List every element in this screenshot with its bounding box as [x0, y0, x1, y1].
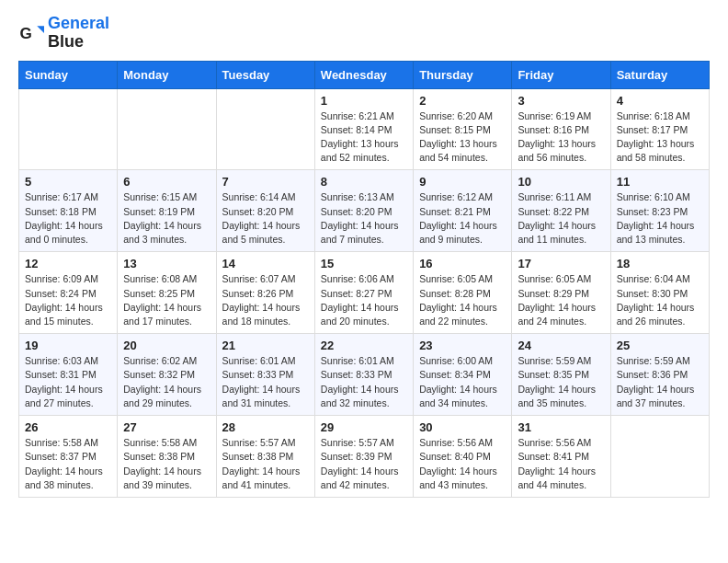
calendar-cell: 31Sunrise: 5:56 AM Sunset: 8:41 PM Dayli…: [512, 416, 610, 498]
day-info: Sunrise: 6:12 AM Sunset: 8:21 PM Dayligh…: [419, 190, 506, 247]
column-header-sunday: Sunday: [19, 61, 118, 88]
column-header-thursday: Thursday: [414, 61, 512, 88]
day-number: 22: [321, 339, 407, 352]
day-number: 9: [419, 175, 506, 189]
day-number: 18: [617, 257, 703, 270]
calendar-table: SundayMondayTuesdayWednesdayThursdayFrid…: [18, 61, 710, 498]
day-info: Sunrise: 5:58 AM Sunset: 8:37 PM Dayligh…: [25, 436, 111, 492]
day-number: 15: [321, 257, 407, 270]
day-number: 8: [321, 175, 407, 189]
day-number: 26: [25, 420, 111, 434]
day-number: 30: [419, 420, 506, 434]
day-info: Sunrise: 5:57 AM Sunset: 8:39 PM Dayligh…: [321, 436, 407, 492]
day-number: 27: [123, 420, 210, 434]
day-number: 11: [617, 175, 703, 189]
calendar-cell: [216, 88, 314, 170]
calendar-cell: 11Sunrise: 6:10 AM Sunset: 8:23 PM Dayli…: [610, 170, 709, 252]
calendar-cell: 27Sunrise: 5:58 AM Sunset: 8:38 PM Dayli…: [118, 416, 216, 498]
calendar-cell: [610, 416, 709, 498]
day-number: 17: [518, 257, 604, 270]
calendar-cell: 21Sunrise: 6:01 AM Sunset: 8:33 PM Dayli…: [216, 334, 314, 416]
column-header-wednesday: Wednesday: [314, 61, 413, 88]
day-number: 24: [518, 339, 604, 352]
calendar-cell: 9Sunrise: 6:12 AM Sunset: 8:21 PM Daylig…: [414, 170, 512, 252]
calendar-cell: [118, 88, 216, 170]
calendar-cell: 4Sunrise: 6:18 AM Sunset: 8:17 PM Daylig…: [610, 88, 709, 170]
day-number: 1: [321, 94, 407, 108]
day-info: Sunrise: 5:57 AM Sunset: 8:38 PM Dayligh…: [222, 436, 309, 492]
column-header-monday: Monday: [118, 61, 216, 88]
day-info: Sunrise: 6:10 AM Sunset: 8:23 PM Dayligh…: [617, 190, 703, 247]
calendar-cell: 28Sunrise: 5:57 AM Sunset: 8:38 PM Dayli…: [216, 416, 314, 498]
svg-marker-1: [37, 26, 44, 33]
day-info: Sunrise: 5:56 AM Sunset: 8:40 PM Dayligh…: [419, 436, 506, 492]
calendar-cell: 18Sunrise: 6:04 AM Sunset: 8:30 PM Dayli…: [610, 252, 709, 334]
day-number: 6: [123, 175, 210, 189]
logo-general: General: [48, 14, 109, 32]
svg-text:G: G: [20, 25, 32, 42]
day-info: Sunrise: 6:07 AM Sunset: 8:26 PM Dayligh…: [222, 272, 309, 328]
day-info: Sunrise: 6:15 AM Sunset: 8:19 PM Dayligh…: [123, 190, 210, 247]
day-number: 5: [25, 175, 111, 189]
day-info: Sunrise: 6:04 AM Sunset: 8:30 PM Dayligh…: [617, 272, 703, 328]
day-info: Sunrise: 6:14 AM Sunset: 8:20 PM Dayligh…: [222, 190, 309, 247]
day-number: 13: [123, 257, 210, 270]
column-header-saturday: Saturday: [610, 61, 709, 88]
calendar-cell: 20Sunrise: 6:02 AM Sunset: 8:32 PM Dayli…: [118, 334, 216, 416]
calendar-cell: 16Sunrise: 6:05 AM Sunset: 8:28 PM Dayli…: [414, 252, 512, 334]
day-info: Sunrise: 6:08 AM Sunset: 8:25 PM Dayligh…: [123, 272, 210, 328]
calendar-cell: 19Sunrise: 6:03 AM Sunset: 8:31 PM Dayli…: [19, 334, 118, 416]
day-info: Sunrise: 5:59 AM Sunset: 8:36 PM Dayligh…: [617, 354, 703, 410]
calendar-cell: 23Sunrise: 6:00 AM Sunset: 8:34 PM Dayli…: [414, 334, 512, 416]
calendar-cell: 1Sunrise: 6:21 AM Sunset: 8:14 PM Daylig…: [314, 88, 413, 170]
day-info: Sunrise: 6:09 AM Sunset: 8:24 PM Dayligh…: [25, 272, 111, 328]
day-number: 20: [123, 339, 210, 352]
day-number: 12: [25, 257, 111, 270]
calendar-cell: 12Sunrise: 6:09 AM Sunset: 8:24 PM Dayli…: [19, 252, 118, 334]
day-info: Sunrise: 6:06 AM Sunset: 8:27 PM Dayligh…: [321, 272, 407, 328]
day-number: 28: [222, 420, 309, 434]
calendar-cell: 2Sunrise: 6:20 AM Sunset: 8:15 PM Daylig…: [414, 88, 512, 170]
day-info: Sunrise: 5:56 AM Sunset: 8:41 PM Dayligh…: [518, 436, 604, 492]
day-info: Sunrise: 6:03 AM Sunset: 8:31 PM Dayligh…: [25, 354, 111, 410]
calendar-cell: 15Sunrise: 6:06 AM Sunset: 8:27 PM Dayli…: [314, 252, 413, 334]
calendar-cell: 24Sunrise: 5:59 AM Sunset: 8:35 PM Dayli…: [512, 334, 610, 416]
day-info: Sunrise: 6:05 AM Sunset: 8:29 PM Dayligh…: [518, 272, 604, 328]
day-info: Sunrise: 6:01 AM Sunset: 8:33 PM Dayligh…: [222, 354, 309, 410]
calendar-cell: 22Sunrise: 6:01 AM Sunset: 8:33 PM Dayli…: [314, 334, 413, 416]
day-info: Sunrise: 6:05 AM Sunset: 8:28 PM Dayligh…: [419, 272, 506, 328]
day-number: 21: [222, 339, 309, 352]
calendar-cell: 14Sunrise: 6:07 AM Sunset: 8:26 PM Dayli…: [216, 252, 314, 334]
day-info: Sunrise: 6:18 AM Sunset: 8:17 PM Dayligh…: [617, 109, 703, 166]
day-info: Sunrise: 6:17 AM Sunset: 8:18 PM Dayligh…: [25, 190, 111, 247]
calendar-week-1: 1Sunrise: 6:21 AM Sunset: 8:14 PM Daylig…: [19, 88, 710, 170]
day-number: 7: [222, 175, 309, 189]
day-number: 31: [518, 420, 604, 434]
calendar-week-4: 19Sunrise: 6:03 AM Sunset: 8:31 PM Dayli…: [19, 334, 710, 416]
calendar-cell: 29Sunrise: 5:57 AM Sunset: 8:39 PM Dayli…: [314, 416, 413, 498]
calendar-cell: 13Sunrise: 6:08 AM Sunset: 8:25 PM Dayli…: [118, 252, 216, 334]
day-number: 3: [518, 94, 604, 108]
day-number: 23: [419, 339, 506, 352]
calendar-week-5: 26Sunrise: 5:58 AM Sunset: 8:37 PM Dayli…: [19, 416, 710, 498]
calendar-cell: 26Sunrise: 5:58 AM Sunset: 8:37 PM Dayli…: [19, 416, 118, 498]
day-number: 4: [617, 94, 703, 108]
day-info: Sunrise: 6:02 AM Sunset: 8:32 PM Dayligh…: [123, 354, 210, 410]
calendar-cell: 5Sunrise: 6:17 AM Sunset: 8:18 PM Daylig…: [19, 170, 118, 252]
calendar-cell: 17Sunrise: 6:05 AM Sunset: 8:29 PM Dayli…: [512, 252, 610, 334]
day-number: 14: [222, 257, 309, 270]
logo: G GeneralBlue: [18, 15, 109, 52]
calendar-week-2: 5Sunrise: 6:17 AM Sunset: 8:18 PM Daylig…: [19, 170, 710, 252]
logo-text: GeneralBlue: [48, 15, 109, 52]
day-number: 29: [321, 420, 407, 434]
day-info: Sunrise: 6:20 AM Sunset: 8:15 PM Dayligh…: [419, 109, 506, 166]
calendar-week-3: 12Sunrise: 6:09 AM Sunset: 8:24 PM Dayli…: [19, 252, 710, 334]
calendar-cell: 6Sunrise: 6:15 AM Sunset: 8:19 PM Daylig…: [118, 170, 216, 252]
column-header-tuesday: Tuesday: [216, 61, 314, 88]
calendar-cell: 8Sunrise: 6:13 AM Sunset: 8:20 PM Daylig…: [314, 170, 413, 252]
day-info: Sunrise: 6:19 AM Sunset: 8:16 PM Dayligh…: [518, 109, 604, 166]
calendar-cell: 10Sunrise: 6:11 AM Sunset: 8:22 PM Dayli…: [512, 170, 610, 252]
calendar-header-row: SundayMondayTuesdayWednesdayThursdayFrid…: [19, 61, 710, 88]
calendar-cell: 3Sunrise: 6:19 AM Sunset: 8:16 PM Daylig…: [512, 88, 610, 170]
calendar-cell: [19, 88, 118, 170]
